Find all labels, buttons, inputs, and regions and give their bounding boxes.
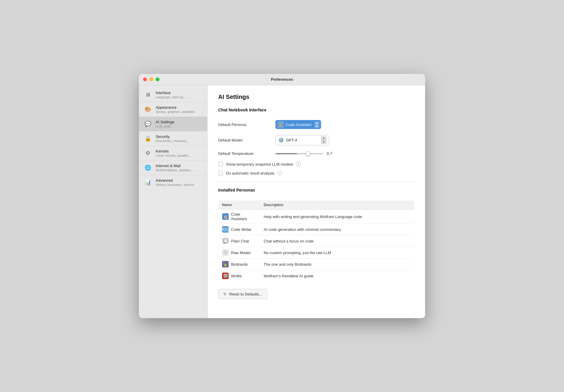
- sidebar-item-kernels[interactable]: ⚙ Kernels Local, remote, parallel,...: [139, 146, 207, 161]
- sidebar: 🖥 Interface Language, start-up,... 🎨 App…: [139, 85, 207, 318]
- sidebar-label-security: Security: [156, 134, 190, 139]
- appearance-icon: 🎨: [144, 105, 152, 113]
- persona-description-5: Wolfram's friendliest AI guide: [260, 270, 414, 282]
- persona-stepper: ▲ ▼: [314, 122, 319, 128]
- personas-table: Name Description 🤖Code AssistantHelp wit…: [218, 200, 414, 282]
- model-dropdown-value: GPT-4: [286, 138, 319, 142]
- persona-name-3: Raw Model: [231, 251, 250, 255]
- persona-name-cell-2: 💬Plain Chat: [219, 235, 260, 247]
- persona-name-0: Code Assistant: [231, 212, 257, 221]
- snapshot-llm-label: Show temporary snapshot LLM models: [226, 162, 293, 167]
- persona-name-cell-4: 🦜Birdnardo: [219, 259, 260, 270]
- sidebar-item-advanced[interactable]: 📊 Advanced History, truncation, options: [139, 175, 207, 189]
- persona-description-2: Chat without a focus on code: [260, 235, 414, 247]
- default-temperature-row: Default Temperature: 0.7: [218, 151, 414, 156]
- persona-name-cell-3: 🗨Raw Model: [219, 247, 260, 259]
- reset-button-label: Reset to Defaults...: [229, 292, 262, 296]
- sidebar-label-advanced: Advanced: [156, 178, 194, 183]
- table-row[interactable]: f(x)Code WriterAI code generation with m…: [219, 224, 414, 235]
- default-persona-label: Default Persona:: [218, 122, 272, 127]
- table-header-name: Name: [219, 200, 260, 210]
- main-panel: AI Settings Chat Notebook Interface Defa…: [207, 85, 425, 318]
- preferences-window: Preferences 🖥 Interface Language, start-…: [139, 74, 425, 318]
- auto-result-checkbox[interactable]: [218, 171, 223, 175]
- snapshot-info-icon[interactable]: i: [296, 162, 301, 167]
- minimize-button[interactable]: [149, 77, 153, 81]
- persona-icon-4: 🦜: [222, 261, 229, 267]
- chat-notebook-section-title: Chat Notebook Interface: [218, 108, 414, 115]
- sidebar-item-security[interactable]: 🔒 Security Directories, channels,...: [139, 131, 207, 146]
- section-divider: [218, 181, 414, 182]
- sidebar-sublabel-security: Directories, channels,...: [156, 139, 190, 143]
- titlebar: Preferences: [139, 74, 425, 85]
- advanced-icon: 📊: [144, 178, 152, 186]
- sidebar-item-internet-mail[interactable]: 🌐 Internet & Mail Wolfram|Alpha, updates…: [139, 161, 207, 175]
- security-icon: 🔒: [144, 134, 152, 143]
- persona-icon-0: 🤖: [222, 213, 229, 220]
- persona-icon-5: 🐺: [222, 273, 229, 279]
- sidebar-sublabel-advanced: History, truncation, options: [156, 183, 194, 186]
- persona-description-0: Help with writing and generating Wolfram…: [260, 210, 414, 224]
- table-header-description: Description: [260, 200, 414, 210]
- default-persona-row: Default Persona: 🤖 Code Assistant ▲ ▼: [218, 120, 414, 129]
- persona-icon-3: 🗨: [222, 249, 229, 256]
- persona-dropdown-value: Code Assistant: [286, 122, 312, 127]
- sidebar-label-ai-settings: AI Settings: [156, 120, 174, 124]
- close-button[interactable]: [143, 77, 147, 81]
- snapshot-llm-row: Show temporary snapshot LLM models i: [218, 162, 414, 167]
- model-stepper-down[interactable]: ▼: [321, 140, 326, 144]
- table-row[interactable]: 🦜BirdnardoThe one and only Birdnardo: [219, 259, 414, 270]
- sidebar-item-interface[interactable]: 🖥 Interface Language, start-up,...: [139, 88, 207, 102]
- persona-description-4: The one and only Birdnardo: [260, 259, 414, 270]
- persona-name-2: Plain Chat: [231, 239, 249, 243]
- persona-name-1: Code Writer: [231, 227, 252, 232]
- window-title: Preferences: [271, 77, 293, 82]
- table-row[interactable]: 🤖Code AssistantHelp with writing and gen…: [219, 210, 414, 224]
- persona-name-5: Wolfie: [231, 274, 242, 278]
- default-persona-dropdown[interactable]: 🤖 Code Assistant ▲ ▼: [275, 120, 321, 129]
- table-row[interactable]: 🗨Raw ModelNo custom prompting, just the …: [219, 247, 414, 259]
- maximize-button[interactable]: [156, 77, 159, 81]
- persona-icon-2: 💬: [222, 238, 229, 244]
- temperature-slider[interactable]: [275, 153, 323, 154]
- persona-stepper-down[interactable]: ▼: [314, 125, 319, 128]
- persona-stepper-up[interactable]: ▲: [314, 122, 319, 125]
- installed-personas-section-title: Installed Personas: [218, 188, 414, 195]
- sidebar-sublabel-appearance: Syntax, graphics, variables: [156, 110, 195, 113]
- sidebar-label-kernels: Kernels: [156, 149, 191, 153]
- model-stepper-up[interactable]: ▲: [321, 136, 326, 140]
- auto-result-row: Do automatic result analysis i: [218, 171, 414, 175]
- reset-to-defaults-button[interactable]: ↻ Reset to Defaults...: [218, 289, 267, 299]
- window-controls: [143, 77, 159, 81]
- internet-mail-icon: 🌐: [144, 164, 152, 172]
- sidebar-item-appearance[interactable]: 🎨 Appearance Syntax, graphics, variables: [139, 102, 207, 117]
- sidebar-sublabel-ai-settings: LLM, chat,...: [156, 125, 174, 128]
- sidebar-label-internet-mail: Internet & Mail: [156, 164, 194, 168]
- sidebar-item-ai-settings[interactable]: 💬 AI Settings LLM, chat,...: [139, 117, 207, 131]
- table-row[interactable]: 💬Plain ChatChat without a focus on code: [219, 235, 414, 247]
- reset-icon: ↻: [223, 292, 227, 296]
- default-model-row: Default Model: ⚙️ GPT-4 ▲ ▼: [218, 135, 414, 145]
- persona-name-cell-1: f(x)Code Writer: [219, 224, 260, 235]
- table-row[interactable]: 🐺WolfieWolfram's friendliest AI guide: [219, 270, 414, 282]
- persona-name-cell-5: 🐺Wolfie: [219, 270, 260, 282]
- temperature-slider-container: 0.7: [275, 151, 336, 156]
- ai-settings-icon: 💬: [144, 120, 152, 128]
- persona-icon: 🤖: [277, 121, 284, 128]
- sidebar-label-interface: Interface: [156, 91, 187, 95]
- auto-result-info-icon[interactable]: i: [278, 171, 282, 175]
- sidebar-sublabel-internet-mail: Wolfram|Alpha, updates,...: [156, 168, 194, 172]
- persona-description-1: AI code generation with minimal commenta…: [260, 224, 414, 235]
- sidebar-sublabel-interface: Language, start-up,...: [156, 95, 187, 99]
- model-stepper: ▲ ▼: [321, 136, 326, 144]
- main-content: 🖥 Interface Language, start-up,... 🎨 App…: [139, 85, 425, 318]
- auto-result-label: Do automatic result analysis: [226, 171, 275, 175]
- page-title: AI Settings: [218, 94, 414, 100]
- kernels-icon: ⚙: [144, 149, 152, 157]
- default-model-dropdown[interactable]: ⚙️ GPT-4 ▲ ▼: [275, 135, 329, 145]
- persona-name-4: Birdnardo: [231, 262, 248, 267]
- sidebar-label-appearance: Appearance: [156, 105, 195, 110]
- table-header-row: Name Description: [219, 200, 414, 210]
- snapshot-llm-checkbox[interactable]: [218, 162, 223, 167]
- default-model-label: Default Model:: [218, 138, 272, 142]
